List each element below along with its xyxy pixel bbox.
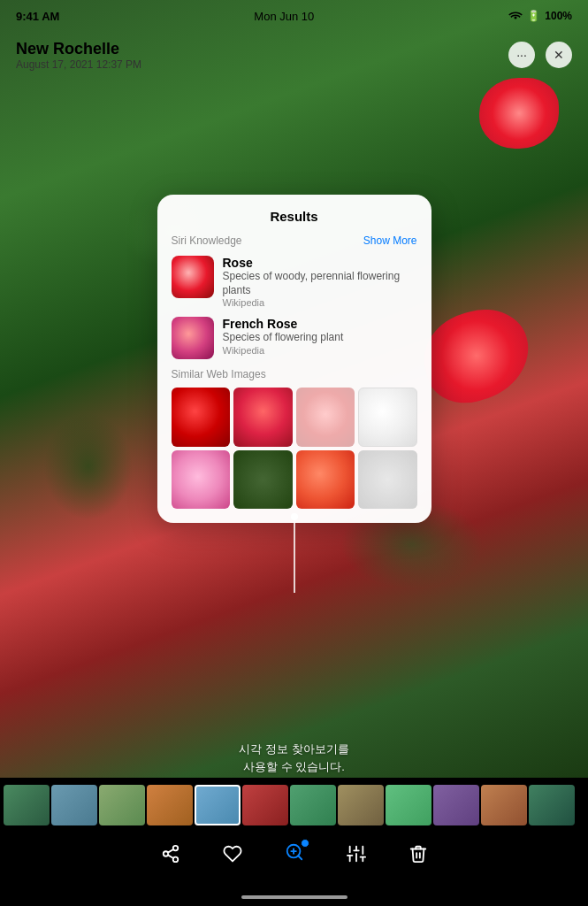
strip-photo-3[interactable] bbox=[99, 785, 145, 825]
rose-source: Wikipedia bbox=[223, 297, 417, 308]
results-title: Results bbox=[172, 209, 417, 224]
rose-thumbnail bbox=[172, 256, 214, 298]
status-bar: 9:41 AM Mon Jun 10 🔋 100% bbox=[0, 0, 588, 32]
strip-photo-7[interactable] bbox=[290, 785, 336, 825]
strip-photo-5[interactable] bbox=[195, 785, 241, 825]
rose-text: Rose Species of woody, perennial floweri… bbox=[223, 256, 417, 308]
french-rose-description: Species of flowering plant bbox=[223, 331, 417, 345]
similar-image-6[interactable] bbox=[233, 450, 293, 510]
strip-photo-1[interactable] bbox=[4, 785, 50, 825]
svg-line-1 bbox=[298, 856, 302, 859]
show-more-button[interactable]: Show More bbox=[363, 234, 417, 247]
french-rose-text: French Rose Species of flowering plant W… bbox=[223, 317, 417, 356]
photo-rose-secondary bbox=[479, 78, 559, 149]
french-rose-name: French Rose bbox=[223, 317, 417, 331]
photo-strip[interactable] bbox=[0, 782, 588, 828]
french-rose-source: Wikipedia bbox=[223, 345, 417, 356]
more-button[interactable]: ··· bbox=[508, 42, 535, 68]
knowledge-item-rose[interactable]: Rose Species of woody, perennial floweri… bbox=[172, 256, 417, 308]
strip-photo-6[interactable] bbox=[242, 785, 288, 825]
strip-photo-9[interactable] bbox=[386, 785, 431, 825]
toolbar bbox=[0, 828, 588, 879]
status-time: 9:41 AM bbox=[16, 10, 59, 23]
location-title: New Rochelle bbox=[16, 40, 141, 58]
visual-lookup-button[interactable] bbox=[285, 842, 304, 866]
header-title-group: New Rochelle August 17, 2021 12:37 PM bbox=[16, 40, 141, 71]
knowledge-item-french-rose[interactable]: French Rose Species of flowering plant W… bbox=[172, 317, 417, 359]
similar-image-2[interactable] bbox=[233, 388, 293, 447]
tooltip-line1: 시각 정보 찾아보기를 bbox=[239, 741, 348, 758]
tooltip-text: 시각 정보 찾아보기를 사용할 수 있습니다. bbox=[239, 741, 348, 775]
header-bar: New Rochelle August 17, 2021 12:37 PM ··… bbox=[0, 32, 588, 78]
similar-image-4[interactable] bbox=[358, 388, 417, 447]
battery-pct: 100% bbox=[545, 10, 572, 22]
strip-photo-12[interactable] bbox=[529, 785, 575, 825]
strip-photo-8[interactable] bbox=[338, 785, 384, 825]
similar-images-label: Similar Web Images bbox=[172, 368, 417, 380]
tooltip-line2: 사용할 수 있습니다. bbox=[239, 758, 348, 776]
similar-image-3[interactable] bbox=[296, 388, 355, 447]
rose-name: Rose bbox=[223, 256, 417, 270]
french-rose-thumbnail bbox=[172, 317, 214, 359]
adjust-button[interactable] bbox=[347, 844, 366, 864]
strip-photo-2[interactable] bbox=[51, 785, 97, 825]
wifi-icon bbox=[508, 10, 523, 23]
similar-image-8[interactable] bbox=[358, 450, 417, 510]
strip-photo-11[interactable] bbox=[481, 785, 527, 825]
lookup-active-badge bbox=[301, 839, 309, 848]
similar-images-grid bbox=[172, 388, 417, 509]
close-button[interactable]: ✕ bbox=[546, 42, 572, 68]
connector-line bbox=[294, 522, 295, 593]
similar-image-5[interactable] bbox=[172, 450, 231, 510]
results-panel: Results Siri Knowledge Show More Rose Sp… bbox=[157, 195, 431, 523]
lookup-icon bbox=[285, 842, 304, 866]
connector-dot bbox=[291, 513, 298, 520]
header-actions: ··· ✕ bbox=[508, 42, 572, 68]
siri-knowledge-header: Siri Knowledge Show More bbox=[172, 234, 417, 247]
similar-image-1[interactable] bbox=[172, 388, 231, 447]
status-day: Mon Jun 10 bbox=[254, 10, 314, 23]
rose-description: Species of woody, perennial flowering pl… bbox=[223, 270, 417, 297]
home-indicator bbox=[241, 895, 347, 899]
share-button[interactable] bbox=[161, 844, 180, 864]
delete-button[interactable] bbox=[409, 844, 428, 864]
similar-image-7[interactable] bbox=[296, 450, 355, 510]
strip-photo-10[interactable] bbox=[433, 785, 479, 825]
battery-icon: 🔋 bbox=[527, 10, 540, 22]
favorite-button[interactable] bbox=[223, 844, 242, 864]
strip-photo-4[interactable] bbox=[147, 785, 193, 825]
photo-datetime: August 17, 2021 12:37 PM bbox=[16, 58, 141, 71]
siri-knowledge-label: Siri Knowledge bbox=[172, 234, 242, 247]
status-indicators: 🔋 100% bbox=[508, 10, 572, 23]
